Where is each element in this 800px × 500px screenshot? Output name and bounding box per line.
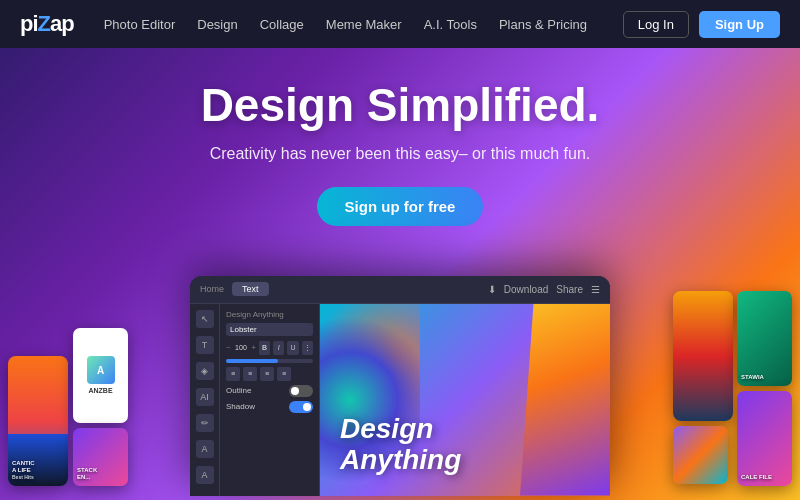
- hero-section: Design Simplified. Creativity has never …: [0, 0, 800, 500]
- tool-select[interactable]: ↖: [196, 310, 214, 328]
- nav-link-meme-maker[interactable]: Meme Maker: [326, 17, 402, 32]
- props-slider-fill: [226, 359, 278, 363]
- app-body: ↖ T ◈ AI ✏ A A Design Anything Lobster −…: [190, 304, 610, 496]
- nav-links: Photo Editor Design Collage Meme Maker A…: [104, 17, 623, 32]
- props-design-label: Design Anything: [226, 310, 313, 319]
- tool-ai[interactable]: AI: [196, 388, 214, 406]
- app-mockup: Home Text ⬇ Download Share ☰ ↖ T ◈ AI: [190, 276, 610, 496]
- app-topbar-right: ⬇ Download Share ☰: [488, 284, 600, 295]
- card-stawia-text: STAWIA: [741, 374, 764, 381]
- download-btn-label[interactable]: Download: [504, 284, 548, 295]
- props-align-center[interactable]: ≡: [243, 367, 257, 381]
- left-cards: CANTICA LIFEBest Hits A ANZBE STACKEN...: [0, 328, 128, 496]
- tool-graphics[interactable]: ◈: [196, 362, 214, 380]
- nav-link-photo-editor[interactable]: Photo Editor: [104, 17, 176, 32]
- nav-link-plans-pricing[interactable]: Plans & Pricing: [499, 17, 587, 32]
- card-cale-text: CALE FILE: [741, 474, 772, 481]
- tool-text[interactable]: T: [196, 336, 214, 354]
- card-logo: A ANZBE: [73, 328, 128, 423]
- hero-subtitle: Creativity has never been this easy– or …: [210, 145, 591, 163]
- card-right-tall: [673, 291, 733, 421]
- signup-button[interactable]: Sign Up: [699, 11, 780, 38]
- props-underline[interactable]: U: [287, 341, 298, 355]
- nav-link-collage[interactable]: Collage: [260, 17, 304, 32]
- canvas-design-text: Design Anything: [340, 414, 461, 476]
- logo-highlight: Z: [38, 11, 50, 36]
- canvas-text-line2: Anything: [340, 444, 461, 475]
- tool-layers[interactable]: A: [196, 466, 214, 484]
- props-opacity-slider[interactable]: [226, 359, 313, 363]
- app-topbar: Home Text ⬇ Download Share ☰: [190, 276, 610, 304]
- props-more[interactable]: ⋮: [302, 341, 313, 355]
- canvas-content: Design Anything: [320, 304, 610, 496]
- logo[interactable]: piZap: [20, 11, 74, 37]
- props-size-value: 100: [235, 344, 247, 351]
- right-col: STAWIA CALE FILE: [673, 291, 792, 486]
- props-bold[interactable]: B: [259, 341, 270, 355]
- hero-title: Design Simplified.: [201, 80, 600, 131]
- card-abstract-bg: [673, 426, 728, 484]
- cta-button[interactable]: Sign up for free: [317, 187, 484, 226]
- download-icon: ⬇: [488, 284, 496, 295]
- right-col-2: STAWIA CALE FILE: [737, 291, 792, 486]
- left-col-group: A ANZBE STACKEN...: [73, 328, 128, 486]
- outline-label: Outline: [226, 386, 286, 395]
- card-left-tall-text: CANTICA LIFEBest Hits: [12, 460, 35, 482]
- app-home-tab[interactable]: Home: [200, 284, 224, 294]
- card-right-medium-top: STAWIA: [737, 291, 792, 386]
- card-left-sm: STACKEN...: [73, 428, 128, 486]
- app-text-tab[interactable]: Text: [232, 282, 269, 296]
- card-portrait2-bg: [737, 391, 792, 486]
- share-btn-label[interactable]: Share: [556, 284, 583, 295]
- canvas-text-line1: Design: [340, 413, 433, 444]
- shadow-label: Shadow: [226, 402, 286, 411]
- tool-brush[interactable]: ✏: [196, 414, 214, 432]
- app-tools-panel: ↖ T ◈ AI ✏ A A: [190, 304, 220, 496]
- app-props-panel: Design Anything Lobster − 100 + B I U ⋮: [220, 304, 320, 496]
- props-size-row: − 100 + B I U ⋮: [226, 341, 313, 355]
- navbar: piZap Photo Editor Design Collage Meme M…: [0, 0, 800, 48]
- props-align-left[interactable]: ≡: [226, 367, 240, 381]
- logo-mark: A: [87, 356, 115, 384]
- card-logo-text: ANZBE: [88, 387, 112, 394]
- mockup-area: CANTICA LIFEBest Hits A ANZBE STACKEN...: [0, 256, 800, 496]
- app-topbar-left: Home Text: [200, 282, 269, 296]
- nav-link-design[interactable]: Design: [197, 17, 237, 32]
- right-cards: STAWIA CALE FILE: [673, 291, 800, 496]
- card-nature-bg: [737, 291, 792, 386]
- props-italic[interactable]: I: [273, 341, 284, 355]
- card-left-sm-text: STACKEN...: [77, 467, 97, 481]
- props-align-right[interactable]: ≡: [260, 367, 274, 381]
- props-outline-row: Outline: [226, 385, 313, 397]
- nav-actions: Log In Sign Up: [623, 11, 780, 38]
- props-list[interactable]: ≡: [277, 367, 291, 381]
- props-font-input[interactable]: Lobster: [226, 323, 313, 336]
- card-city-bg: [673, 291, 733, 421]
- tool-shapes[interactable]: A: [196, 440, 214, 458]
- props-plus[interactable]: +: [252, 344, 256, 351]
- card-right-sm: [673, 426, 728, 484]
- props-shadow-row: Shadow: [226, 401, 313, 413]
- nav-link-ai-tools[interactable]: A.I. Tools: [424, 17, 477, 32]
- props-minus[interactable]: −: [226, 344, 230, 351]
- card-right-medium-bot: CALE FILE: [737, 391, 792, 486]
- app-canvas: Design Anything: [320, 304, 610, 496]
- right-col-1: [673, 291, 733, 486]
- shadow-toggle[interactable]: [289, 401, 313, 413]
- card-left-tall: CANTICA LIFEBest Hits: [8, 356, 68, 486]
- left-col: CANTICA LIFEBest Hits A ANZBE STACKEN...: [8, 328, 128, 486]
- canvas-photo: [520, 304, 610, 496]
- outline-toggle[interactable]: [289, 385, 313, 397]
- menu-icon[interactable]: ☰: [591, 284, 600, 295]
- props-align-row: ≡ ≡ ≡ ≡: [226, 367, 313, 381]
- login-button[interactable]: Log In: [623, 11, 689, 38]
